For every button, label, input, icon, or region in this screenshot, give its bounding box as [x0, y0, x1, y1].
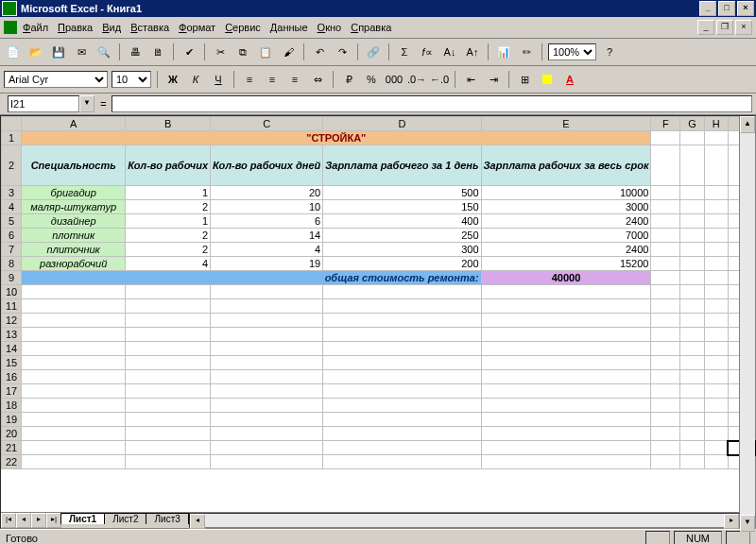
cell[interactable]	[704, 285, 728, 299]
cell[interactable]	[651, 186, 680, 200]
cell[interactable]	[22, 328, 126, 342]
menu-Справка[interactable]: Справка	[351, 22, 391, 33]
cut-icon[interactable]: ✂	[211, 42, 230, 61]
menu-Формат[interactable]: Формат	[179, 22, 215, 33]
row-header[interactable]: 1	[2, 131, 22, 145]
cell[interactable]	[126, 413, 211, 427]
cell[interactable]	[22, 413, 126, 427]
cell[interactable]	[704, 243, 728, 257]
cell[interactable]	[22, 285, 126, 299]
row-header[interactable]: 3	[2, 186, 22, 200]
menu-Правка[interactable]: Правка	[58, 22, 93, 33]
cell[interactable]	[481, 455, 651, 469]
data-cell[interactable]: 2	[126, 229, 211, 243]
select-all-corner[interactable]	[2, 117, 22, 131]
tab-last-button[interactable]: ▸|	[46, 513, 61, 528]
cell[interactable]	[211, 370, 323, 384]
row-header[interactable]: 14	[2, 342, 22, 356]
cell[interactable]	[323, 455, 481, 469]
cell[interactable]	[126, 370, 211, 384]
redo-icon[interactable]: ↷	[333, 42, 352, 61]
cell[interactable]	[22, 370, 126, 384]
open-icon[interactable]: 📂	[26, 42, 45, 61]
drawing-icon[interactable]: ✏	[517, 42, 536, 61]
data-cell[interactable]: 10	[211, 200, 323, 214]
row-header[interactable]: 7	[2, 243, 22, 257]
cell[interactable]	[651, 299, 680, 314]
sort-desc-icon[interactable]: A↑	[463, 42, 482, 61]
percent-icon[interactable]: %	[362, 70, 381, 89]
cell[interactable]	[22, 399, 126, 413]
row-header[interactable]: 13	[2, 328, 22, 342]
cell[interactable]	[211, 455, 323, 469]
cell[interactable]	[680, 131, 704, 145]
cell[interactable]	[211, 285, 323, 299]
cell[interactable]	[680, 214, 704, 229]
menu-Вставка[interactable]: Вставка	[130, 22, 169, 33]
cell[interactable]	[481, 399, 651, 413]
cell[interactable]	[126, 427, 211, 441]
data-cell[interactable]: 1	[126, 214, 211, 229]
title-cell[interactable]: "СТРОЙКА"	[22, 131, 651, 145]
data-cell[interactable]: 20	[211, 186, 323, 200]
column-header[interactable]: G	[680, 117, 704, 131]
decrease-indent-icon[interactable]: ⇤	[461, 70, 480, 89]
total-value-cell[interactable]: 40000	[481, 271, 651, 285]
cell[interactable]	[211, 399, 323, 413]
cell[interactable]	[126, 328, 211, 342]
horizontal-scrollbar[interactable]: ◂ ▸	[189, 513, 740, 528]
decrease-decimal-icon[interactable]: ←.0	[430, 70, 449, 89]
cell[interactable]	[323, 342, 481, 356]
cell[interactable]	[651, 356, 680, 370]
scroll-left-button[interactable]: ◂	[190, 514, 205, 529]
cell[interactable]	[704, 342, 728, 356]
menu-Файл[interactable]: Файл	[23, 22, 48, 33]
data-cell[interactable]: 4	[126, 257, 211, 271]
cell[interactable]	[323, 285, 481, 299]
formula-input[interactable]	[112, 95, 752, 112]
menu-Окно[interactable]: Окно	[318, 22, 342, 33]
cell[interactable]	[323, 328, 481, 342]
cell[interactable]	[680, 342, 704, 356]
menu-Данные[interactable]: Данные	[270, 22, 308, 33]
cell[interactable]	[680, 328, 704, 342]
column-header[interactable]: C	[211, 117, 323, 131]
cell[interactable]	[704, 384, 728, 399]
cell[interactable]	[211, 413, 323, 427]
mdi-close-button[interactable]: ×	[735, 20, 752, 35]
search-icon[interactable]: 🔍	[94, 42, 113, 61]
menu-Сервис[interactable]: Сервис	[225, 22, 261, 33]
comma-icon[interactable]: 000	[385, 70, 404, 89]
cell[interactable]	[651, 257, 680, 271]
cell[interactable]	[651, 384, 680, 399]
sheet-tab[interactable]: Лист3	[146, 513, 188, 524]
cell[interactable]	[680, 356, 704, 370]
cell[interactable]	[211, 356, 323, 370]
cell[interactable]	[651, 441, 680, 455]
row-header[interactable]: 2	[2, 145, 22, 186]
cell[interactable]	[651, 145, 680, 186]
spec-cell[interactable]: плотник	[22, 229, 126, 243]
zoom-select[interactable]: 100%	[548, 43, 596, 60]
row-header[interactable]: 22	[2, 455, 22, 469]
help-icon[interactable]: ?	[600, 42, 619, 61]
cell[interactable]	[651, 455, 680, 469]
cell[interactable]	[211, 342, 323, 356]
spellcheck-icon[interactable]: ✔	[180, 42, 198, 61]
data-cell[interactable]: 7000	[481, 229, 651, 243]
cell[interactable]	[651, 243, 680, 257]
cell[interactable]	[704, 214, 728, 229]
cell[interactable]	[22, 314, 126, 328]
spec-cell[interactable]: дизайнер	[22, 214, 126, 229]
row-header[interactable]: 9	[2, 271, 22, 285]
table-header-cell[interactable]: Кол-во рабочих дней	[211, 145, 323, 186]
cell[interactable]	[481, 342, 651, 356]
cell[interactable]	[323, 299, 481, 314]
cell[interactable]	[680, 200, 704, 214]
underline-icon[interactable]: Ч	[209, 70, 228, 89]
mdi-minimize-button[interactable]: _	[697, 20, 714, 35]
cell[interactable]	[651, 285, 680, 299]
cell[interactable]	[680, 271, 704, 285]
data-cell[interactable]: 400	[323, 214, 481, 229]
row-header[interactable]: 10	[2, 285, 22, 299]
